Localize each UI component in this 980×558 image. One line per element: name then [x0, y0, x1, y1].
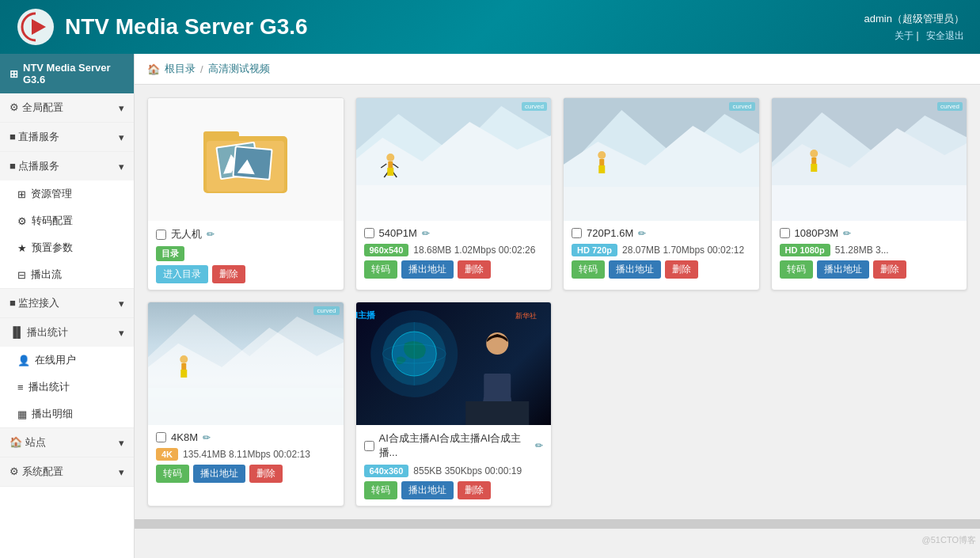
sidebar-section-stats: ▐▌ 播出统计 ▾ 👤 在线用户 ≡ 播出统计 ▦ 播出明细	[0, 318, 134, 428]
chevron-down-icon4: ▾	[119, 298, 124, 309]
sidebar-item-station[interactable]: 🏠 站点 ▾	[0, 428, 134, 457]
sidebar-section-vod: ■ 点播服务 ▾ ⊞ 资源管理 ⚙ 转码配置 ★ 预置参数 ⊟ 播出流	[0, 152, 134, 289]
sidebar-item-playout-stats[interactable]: ▐▌ 播出统计 ▾	[0, 318, 134, 347]
card-checkbox[interactable]	[364, 441, 374, 451]
card-checkbox[interactable]	[572, 228, 582, 238]
breadcrumb-current[interactable]: 高清测试视频	[208, 62, 270, 76]
app-header: NTV Media Server G3.6 admin（超级管理员） 关于 | …	[0, 0, 980, 54]
play-addr-button[interactable]: 播出地址	[609, 260, 661, 279]
sidebar-item-resource-mgmt[interactable]: ⊞ 资源管理	[0, 180, 134, 207]
home-breadcrumb-icon: 🏠	[147, 63, 160, 75]
transcode-button[interactable]: 转码	[364, 260, 397, 279]
resolution-badge: 960x540	[364, 244, 409, 256]
svg-rect-22	[387, 168, 393, 176]
main-content: 🏠 根目录 / 高清测试视频	[135, 54, 980, 558]
card-checkbox[interactable]	[780, 228, 790, 238]
card-title: 720P1.6M ✏	[572, 227, 751, 239]
sidebar-section-station: 🏠 站点 ▾	[0, 428, 134, 457]
card-checkbox[interactable]	[156, 230, 166, 240]
about-link[interactable]: 关于	[895, 30, 914, 41]
live-icon: ■	[9, 131, 16, 142]
svg-rect-50	[484, 374, 511, 397]
meta-info: 18.68MB 1.02Mbps 00:02:26	[413, 245, 535, 256]
edit-icon[interactable]: ✏	[203, 432, 211, 443]
delete-button[interactable]: 删除	[665, 260, 698, 279]
user-icon: 👤	[17, 355, 30, 366]
svg-rect-3	[203, 131, 239, 141]
card-title: 1080P3M ✏	[780, 227, 959, 239]
snow-scene: curved	[356, 98, 552, 221]
svg-point-34	[810, 150, 818, 158]
card-body: 540P1M ✏ 960x540 18.68MB 1.02Mbps 00:02:…	[356, 221, 552, 285]
svg-rect-51	[465, 401, 529, 425]
play-addr-button[interactable]: 播出地址	[401, 481, 454, 499]
user-info: admin（超级管理员） 关于 | 安全退出	[864, 12, 964, 43]
delete-button[interactable]: 删除	[873, 260, 906, 279]
sidebar-item-live-service[interactable]: ■ 直播服务 ▾	[0, 123, 134, 151]
sidebar-item-preview-params[interactable]: ★ 预置参数	[0, 234, 134, 261]
folder-thumbnail	[148, 98, 344, 221]
gear-icon: ⚙	[9, 101, 19, 113]
edit-icon[interactable]: ✏	[207, 229, 215, 240]
main-layout: ⊞ NTV Media Server G3.6 ⚙ 全局配置 ▾ ■ 直播服务 …	[0, 54, 980, 558]
transcode-button[interactable]: 转码	[156, 465, 189, 483]
resolution-badge: 640x360	[364, 465, 409, 477]
chevron-down-icon3: ▾	[119, 161, 124, 173]
sidebar-item-stream-out[interactable]: ⊟ 播出流	[0, 261, 134, 288]
sidebar-item-transcode-config[interactable]: ⚙ 转码配置	[0, 207, 134, 234]
delete-button[interactable]: 删除	[249, 465, 283, 483]
sidebar-item-playout-detail[interactable]: ▦ 播出明细	[0, 400, 134, 427]
media-card-540p1m: curved 540P1M ✏ 960x540 18.68MB 1.02Mbps…	[355, 97, 553, 290]
sidebar-section-sysconfig: ⚙ 系统配置 ▾	[0, 457, 134, 487]
play-addr-button[interactable]: 播出地址	[401, 260, 454, 279]
delete-button[interactable]: 删除	[458, 260, 491, 279]
card-name: 4K8M	[171, 431, 198, 443]
footer-scrollbar[interactable]	[135, 519, 980, 529]
badge-row: 4K 135.41MB 8.11Mbps 00:02:13	[156, 448, 336, 461]
badge-row: 目录	[156, 246, 336, 261]
meta-info: 855KB 350Kbps 00:00:19	[413, 465, 522, 476]
card-name: AI合成主播AI合成主播AI合成主播...	[379, 431, 531, 460]
table-icon: ▦	[17, 408, 27, 420]
card-name: 1080P3M	[795, 227, 839, 239]
delete-button[interactable]: 删除	[458, 481, 491, 499]
card-checkbox[interactable]	[364, 228, 374, 238]
chevron-down-icon2: ▾	[119, 131, 124, 143]
enter-dir-button[interactable]: 进入目录	[156, 265, 208, 283]
media-grid: 无人机 ✏ 目录 进入目录 删除	[135, 85, 980, 519]
card-body: AI合成主播AI合成主播AI合成主播... ✏ 640x360 855KB 35…	[356, 425, 552, 506]
app-logo	[16, 7, 55, 47]
delete-button[interactable]: 删除	[212, 265, 245, 283]
edit-icon[interactable]: ✏	[638, 228, 646, 239]
sidebar-item-vod-service[interactable]: ■ 点播服务 ▾	[0, 152, 134, 180]
sys-gear-icon: ⚙	[9, 465, 19, 477]
transcode-button[interactable]: 转码	[780, 260, 813, 279]
transcode-button[interactable]: 转码	[364, 481, 397, 499]
sidebar-item-sys-config[interactable]: ⚙ 系统配置 ▾	[0, 457, 134, 486]
watermark: curved	[937, 102, 963, 111]
chevron-down-icon7: ▾	[119, 466, 124, 478]
play-addr-button[interactable]: 播出地址	[193, 465, 245, 483]
sidebar-item-monitor-input[interactable]: ■ 监控接入 ▾	[0, 289, 134, 317]
card-checkbox[interactable]	[156, 432, 166, 442]
edit-icon[interactable]: ✏	[422, 228, 430, 239]
header-links: 关于 | 安全退出	[864, 29, 964, 43]
media-card-1080p3m: curved 1080P3M ✏ HD 1080p 51.28MB 3... 转…	[771, 97, 968, 290]
star-icon: ★	[17, 242, 27, 254]
sidebar-item-online-users[interactable]: 👤 在线用户	[0, 347, 134, 374]
breadcrumb-home[interactable]: 根目录	[165, 62, 196, 76]
sidebar-item-global-config[interactable]: ⚙ 全局配置 ▾	[0, 93, 134, 122]
edit-icon[interactable]: ✏	[535, 440, 543, 451]
video-thumbnail: curved	[356, 98, 552, 221]
watermark: curved	[313, 306, 339, 315]
logout-link[interactable]: 安全退出	[926, 30, 964, 41]
breadcrumb-separator: /	[200, 63, 203, 75]
folder-buttons: 进入目录 删除	[156, 265, 336, 283]
play-addr-button[interactable]: 播出地址	[817, 260, 869, 279]
folder-icon	[202, 120, 289, 199]
svg-point-27	[598, 151, 606, 159]
home-icon: 🏠	[9, 436, 22, 448]
transcode-button[interactable]: 转码	[572, 260, 605, 279]
edit-icon[interactable]: ✏	[843, 228, 851, 239]
sidebar-item-playout-count[interactable]: ≡ 播出统计	[0, 374, 134, 400]
